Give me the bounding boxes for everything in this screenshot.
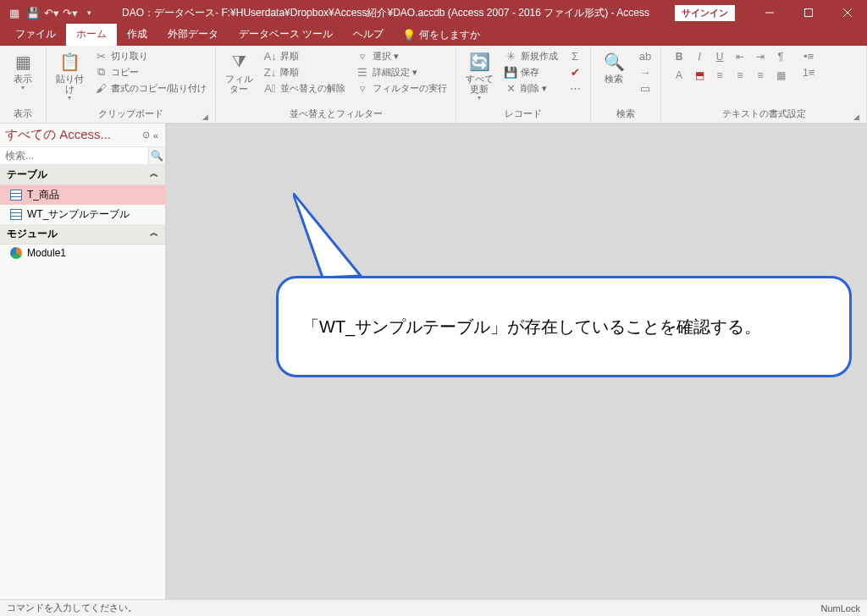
bullets-icon: •≡: [802, 49, 815, 63]
totals-button[interactable]: Σ: [565, 48, 585, 63]
group-label-sortfilter: 並べ替えとフィルター: [221, 106, 450, 123]
group-clipboard: 📋 貼り付け ▾ ✂切り取り ⧉コピー 🖌書式のコピー/貼り付け クリップボード…: [47, 46, 216, 123]
fill-color-button[interactable]: ⬒: [690, 67, 709, 84]
filter-select-button[interactable]: ▿選択 ▾: [352, 48, 450, 63]
tab-create[interactable]: 作成: [117, 24, 157, 46]
filter-button[interactable]: ⧩ フィルター: [221, 48, 257, 94]
goto-button[interactable]: →: [635, 64, 655, 80]
dialog-launcher-icon[interactable]: ◢: [853, 113, 859, 121]
sort-asc-button[interactable]: A↓昇順: [260, 48, 349, 63]
save-icon[interactable]: 💾: [25, 5, 41, 20]
bulb-icon: 💡: [402, 29, 416, 41]
status-numlock: NumLock: [821, 603, 860, 613]
select-button[interactable]: ▭: [635, 80, 655, 96]
group-view: ▦ 表示 ▾ 表示: [0, 46, 47, 123]
group-label-view: 表示: [5, 106, 41, 123]
bullets-button[interactable]: •≡: [798, 48, 819, 63]
underline-button[interactable]: U: [710, 48, 729, 65]
table-icon: [10, 190, 22, 201]
group-textformat: B I U ⇤ ⇥ ¶ A ⬒ ≡ ≡ ≡ ▦ •≡ 1≡ テキストの書式設定◢: [661, 46, 867, 123]
clear-sort-button[interactable]: A⃠並べ替えの解除: [260, 80, 349, 96]
workspace: すべての Access... ⊙ « 🔍 テーブル ︽ T_商品 WT_サンプル…: [0, 124, 867, 599]
nav-group-modules[interactable]: モジュール ︽: [0, 224, 165, 245]
copy-icon: ⧉: [94, 65, 108, 79]
titlebar: ▦ 💾 ↶▾ ↷▾ ▾ DAO：データベース- F:¥HUserdata¥Dro…: [0, 0, 867, 25]
signin-button[interactable]: サインイン: [675, 5, 735, 21]
select-icon: ▿: [356, 49, 369, 63]
tab-home[interactable]: ホーム: [66, 24, 117, 46]
new-record-button[interactable]: ✳新規作成: [500, 48, 561, 63]
align-right-button[interactable]: ≡: [751, 67, 770, 84]
save-record-button[interactable]: 💾保存: [500, 64, 561, 80]
nav-item-wt-sample[interactable]: WT_サンプルテーブル: [0, 205, 165, 224]
gridlines-button[interactable]: ▦: [771, 67, 790, 84]
status-left: コマンドを入力してください。: [7, 602, 137, 614]
paste-button[interactable]: 📋 貼り付け ▾: [52, 48, 87, 102]
font-color-button[interactable]: A: [670, 67, 688, 84]
replace-button[interactable]: ab: [635, 48, 655, 63]
undo-icon[interactable]: ↶▾: [44, 5, 59, 20]
numbering-button[interactable]: 1≡: [798, 64, 819, 80]
view-button[interactable]: ▦ 表示 ▾: [5, 48, 41, 91]
tab-help[interactable]: ヘルプ: [343, 24, 394, 46]
redo-icon[interactable]: ↷▾: [63, 5, 78, 20]
filter-advanced-button[interactable]: ☰詳細設定 ▾: [352, 64, 450, 80]
run-filter-icon: ▿: [356, 81, 369, 95]
spell-button[interactable]: ✔: [565, 64, 585, 80]
group-sortfilter: ⧩ フィルター A↓昇順 Z↓降順 A⃠並べ替えの解除 ▿選択 ▾ ☰詳細設定 …: [216, 46, 456, 123]
copy-button[interactable]: ⧉コピー: [91, 64, 210, 80]
format-painter-button[interactable]: 🖌書式のコピー/貼り付け: [91, 80, 210, 96]
replace-icon: ab: [638, 49, 652, 63]
callout-text: 「WT_サンプルテーブル」が存在していることを確認する。: [302, 316, 761, 338]
dialog-launcher-icon[interactable]: ◢: [202, 113, 208, 121]
tab-file[interactable]: ファイル: [5, 24, 66, 46]
align-left-button[interactable]: ≡: [710, 67, 729, 84]
align-center-button[interactable]: ≡: [731, 67, 749, 84]
minimize-button[interactable]: [750, 0, 789, 25]
qat-more-icon[interactable]: ▾: [81, 5, 97, 20]
sigma-icon: Σ: [568, 49, 582, 63]
svg-rect-1: [805, 9, 813, 17]
nav-collapse-icon[interactable]: «: [152, 130, 160, 140]
ribbon: ▦ 表示 ▾ 表示 📋 貼り付け ▾ ✂切り取り ⧉コピー 🖌書式のコピー/貼り…: [0, 46, 867, 124]
close-button[interactable]: [828, 0, 867, 25]
run-filter-button[interactable]: ▿フィルターの実行: [352, 80, 450, 96]
nav-item-module1[interactable]: Module1: [0, 245, 165, 261]
cut-button[interactable]: ✂切り取り: [91, 48, 210, 63]
advanced-icon: ☰: [356, 65, 369, 79]
nav-search-button[interactable]: 🔍: [148, 147, 165, 164]
tab-dbtools[interactable]: データベース ツール: [229, 24, 343, 46]
tell-label: 何をしますか: [419, 28, 480, 42]
window-title: DAO：データベース- F:¥HUserdata¥Dropbox¥Access紹…: [97, 6, 675, 20]
tab-external[interactable]: 外部データ: [157, 24, 229, 46]
tell-me[interactable]: 💡 何をしますか: [394, 25, 489, 46]
clipboard-icon: 📋: [58, 50, 81, 74]
numbering-icon: 1≡: [802, 65, 815, 79]
nav-header[interactable]: すべての Access... ⊙ «: [0, 124, 165, 147]
funnel-icon: ⧩: [227, 50, 251, 74]
goto-icon: →: [638, 65, 652, 79]
indent-dec-button[interactable]: ⇤: [731, 48, 749, 65]
bold-button[interactable]: B: [670, 48, 688, 65]
maximize-button[interactable]: [789, 0, 828, 25]
nav-dropdown-icon[interactable]: ⊙: [141, 129, 152, 140]
rtl-button[interactable]: ¶: [771, 48, 790, 65]
scissors-icon: ✂: [94, 49, 108, 63]
more-records-button[interactable]: ⋯: [565, 80, 585, 96]
delete-record-button[interactable]: ✕削除 ▾: [500, 80, 561, 96]
nav-search-input[interactable]: [0, 147, 148, 164]
indent-inc-button[interactable]: ⇥: [751, 48, 770, 65]
group-find: 🔍 検索 ab → ▭ 検索: [591, 46, 661, 123]
group-label-clipboard: クリップボード◢: [52, 106, 210, 123]
nav-item-t-shohin[interactable]: T_商品: [0, 185, 165, 205]
nav-group-tables[interactable]: テーブル ︽: [0, 165, 165, 185]
module-icon: [10, 247, 22, 259]
canvas: 「WT_サンプルテーブル」が存在していることを確認する。: [166, 124, 867, 599]
italic-button[interactable]: I: [690, 48, 709, 65]
sort-desc-button[interactable]: Z↓降順: [260, 64, 349, 80]
table-icon: [10, 209, 22, 220]
save-icon-small: 💾: [504, 65, 517, 79]
find-button[interactable]: 🔍 検索: [596, 48, 632, 84]
refresh-all-button[interactable]: 🔄 すべて更新 ▾: [461, 48, 497, 102]
chevron-up-icon: ︽: [150, 168, 158, 182]
